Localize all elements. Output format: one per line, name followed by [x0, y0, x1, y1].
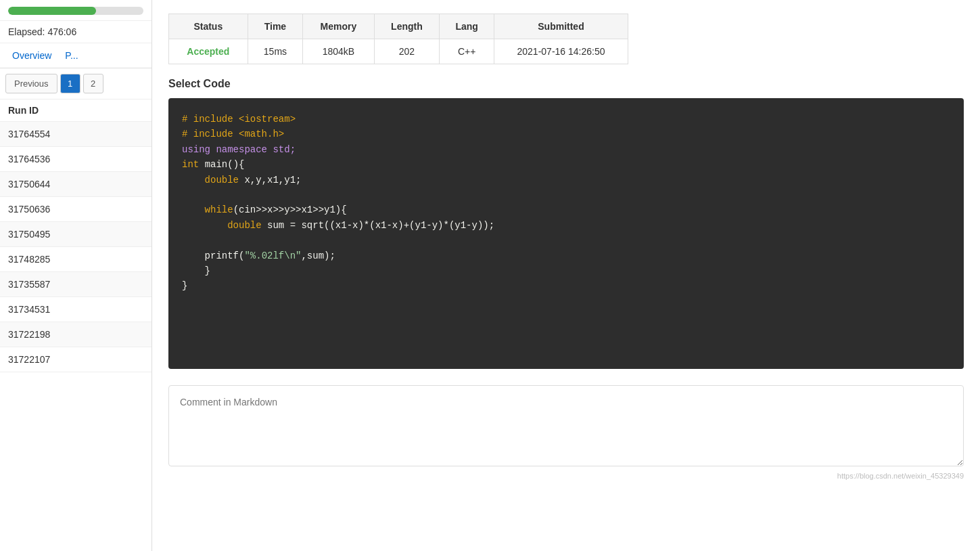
run-item[interactable]: 31734531 [0, 297, 151, 322]
run-list: 31764554 31764536 31750644 31750636 3175… [0, 122, 151, 551]
code-block: # include <iostream> # include <math.h> … [168, 98, 964, 369]
code-line-12: } [182, 278, 950, 293]
col-length: Length [374, 14, 440, 39]
run-item[interactable]: 31722198 [0, 322, 151, 347]
status-cell: Accepted [187, 46, 229, 57]
page-1-button[interactable]: 1 [60, 74, 80, 93]
time-cell: 15ms [248, 39, 303, 64]
col-time: Time [248, 14, 303, 39]
code-line-3: using namespace std; [182, 142, 950, 157]
code-line-1: # include <iostream> [182, 112, 950, 127]
prev-button[interactable]: Previous [5, 74, 57, 93]
run-item[interactable]: 31748285 [0, 247, 151, 272]
lang-cell: C++ [440, 39, 494, 64]
code-line-8: double sum = sqrt((x1-x)*(x1-x)+(y1-y)*(… [182, 218, 950, 233]
select-code-label: Select Code [168, 78, 964, 90]
code-line-5: double x,y,x1,y1; [182, 173, 950, 188]
elapsed-row: Elapsed: 476:06 [0, 21, 151, 43]
run-item[interactable]: 31750495 [0, 222, 151, 247]
code-line-7: while(cin>>x>>y>>x1>>y1){ [182, 202, 950, 217]
run-item[interactable]: 31764536 [0, 147, 151, 172]
tab-overview[interactable]: Overview [5, 43, 58, 68]
run-item[interactable]: 31735587 [0, 272, 151, 297]
run-item[interactable]: 31750636 [0, 197, 151, 222]
progress-bar-bg [8, 7, 143, 15]
run-item[interactable]: 31764554 [0, 122, 151, 147]
elapsed-label: Elapsed: [8, 26, 45, 37]
code-line-6 [182, 188, 950, 202]
code-line-10: printf("%.02lf\n",sum); [182, 248, 950, 263]
watermark: https://blog.csdn.net/weixin_45329349 [168, 472, 964, 480]
run-id-header: Run ID [0, 100, 151, 122]
col-lang: Lang [440, 14, 494, 39]
progress-bar-container [0, 0, 151, 21]
run-item[interactable]: 31722107 [0, 347, 151, 372]
nav-tabs: Overview P... [0, 43, 151, 68]
code-line-2: # include <math.h> [182, 127, 950, 141]
run-id-label: Run ID [8, 105, 39, 116]
elapsed-value: 476:06 [47, 26, 76, 37]
submission-table: Status Time Memory Length Lang Submitted… [168, 14, 628, 64]
pagination-row: Previous 1 2 [0, 68, 151, 100]
sidebar: Elapsed: 476:06 Overview P... Previous 1… [0, 0, 152, 551]
comment-textarea[interactable] [168, 385, 964, 466]
run-item[interactable]: 31750644 [0, 172, 151, 197]
col-memory: Memory [303, 14, 374, 39]
col-status: Status [169, 14, 248, 39]
code-line-11: } [182, 263, 950, 278]
code-line-9 [182, 233, 950, 248]
submitted-cell: 2021-07-16 14:26:50 [494, 39, 628, 64]
page-2-button[interactable]: 2 [83, 74, 103, 93]
memory-cell: 1804kB [303, 39, 374, 64]
col-submitted: Submitted [494, 14, 628, 39]
tab-problems[interactable]: P... [58, 43, 85, 68]
length-cell: 202 [374, 39, 440, 64]
main-content: Status Time Memory Length Lang Submitted… [152, 0, 980, 551]
code-line-4: int main(){ [182, 157, 950, 172]
progress-bar-fill [8, 7, 96, 15]
